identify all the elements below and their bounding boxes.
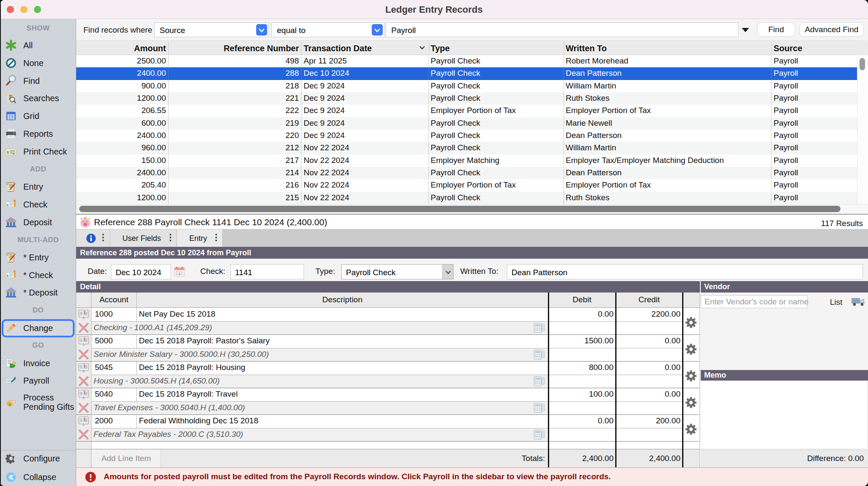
svg-text:$: $ xyxy=(9,402,11,406)
svg-text:$: $ xyxy=(7,274,9,278)
svg-text:$: $ xyxy=(7,150,9,155)
svg-text:$: $ xyxy=(7,203,9,207)
